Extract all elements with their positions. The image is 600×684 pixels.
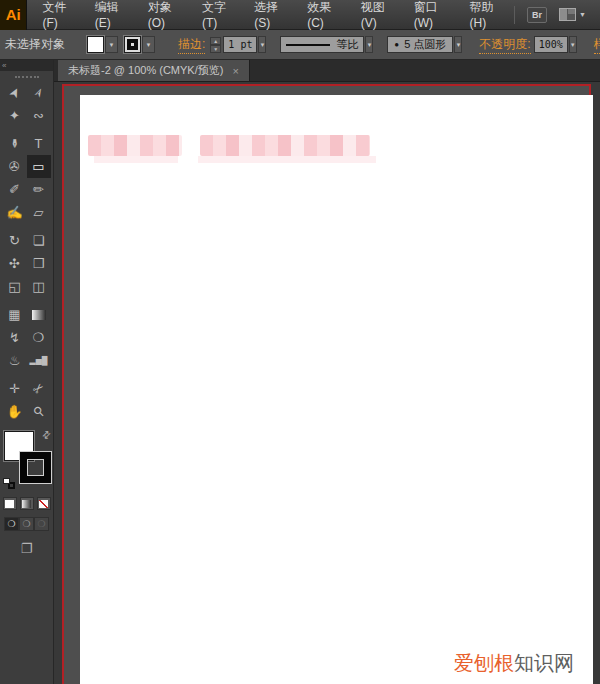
menu-item-3[interactable]: 对象(O) [139,0,193,30]
direct-selection-tool[interactable]: ➢ [27,81,51,104]
magic-wand-tool[interactable]: ✦ [3,104,27,127]
default-fill-mini [3,478,10,484]
draw-normal-button[interactable]: ❍ [4,517,19,531]
stepper-up-icon[interactable]: ▲ [210,37,221,45]
free-transform-icon: ❒ [33,256,45,271]
artboard[interactable] [80,95,593,684]
menu-item-4[interactable]: 文字(T) [193,0,245,30]
document-tab-title: 未标题-2 @ 100% (CMYK/预览) [68,63,223,78]
brush-dropdown-button[interactable]: ▼ [454,36,462,53]
screen-mode-button[interactable]: ❐ [21,541,33,556]
free-transform-tool[interactable]: ❒ [27,252,51,275]
shape-builder-tool[interactable]: ◱ [3,275,27,298]
document-tab-bar: 未标题-2 @ 100% (CMYK/预览) × [54,60,600,82]
column-graph-tool[interactable]: ▂▅█ [27,349,51,372]
zoom-icon: ⚲ [30,403,47,420]
workspace-switcher-button[interactable]: ▼ [559,8,586,21]
type-tool[interactable]: T [27,132,51,155]
menu-item-6[interactable]: 效果(C) [298,0,352,30]
canvas[interactable]: 爱刨根知识网 [54,82,600,684]
tools-panel-grip[interactable] [15,76,39,78]
type-icon: T [35,136,43,151]
stepper-down-icon[interactable]: ▼ [210,45,221,53]
gradient-icon [22,500,31,508]
stroke-dropdown-button[interactable]: ▼ [142,36,155,53]
opacity-input[interactable]: 100% [534,36,568,53]
pencil-icon: ✏ [33,182,44,197]
mesh-tool[interactable]: ▦ [3,303,27,326]
menu-item-1[interactable]: 文件(F) [33,0,85,30]
hand-icon: ✋ [6,404,22,419]
mesh-icon: ▦ [8,307,20,322]
menu-item-2[interactable]: 编辑(E) [86,0,139,30]
menu-item-7[interactable]: 视图(V) [352,0,405,30]
draw-behind-button[interactable]: ❍ [19,517,34,531]
chevron-down-icon: ▼ [579,11,586,18]
watermark-highlight: 爱刨根 [454,652,514,674]
width-tool[interactable]: ✣ [3,252,27,275]
rotate-tool[interactable]: ↻ [3,229,27,252]
eyedropper-tool[interactable]: ↯ [3,326,27,349]
lasso-tool[interactable]: ∾ [27,104,51,127]
menu-bar-right: Br ▼ [514,6,600,24]
menu-item-8[interactable]: 窗口(W) [405,0,461,30]
zoom-tool[interactable]: ⚲ [27,400,51,423]
opacity-panel-link[interactable]: 不透明度: [479,36,530,54]
stroke-proxy-swatch[interactable] [20,452,51,483]
brush-definition-select[interactable]: ● 5 点圆形 [387,36,453,53]
width-profile-select[interactable]: 等比 [280,36,364,53]
paintbrush-tool[interactable]: ✐ [3,178,27,201]
profile-dropdown-button[interactable]: ▼ [365,36,373,53]
fill-color-swatch[interactable] [87,36,104,53]
selection-icon: ➤ [5,84,23,101]
fill-dropdown-button[interactable]: ▼ [105,36,118,53]
stroke-width-stepper[interactable]: ▲ ▼ [210,37,221,53]
opacity-dropdown-button[interactable]: ▼ [569,36,577,53]
stroke-color-swatch[interactable] [124,36,141,53]
swap-fill-stroke-icon[interactable]: ⇄ [39,428,53,442]
artboard-tool[interactable]: ✛ [3,377,27,400]
width-profile-label: 等比 [336,37,358,52]
pen-tool[interactable]: ✒ [3,132,27,155]
redacted-text-shadow [94,156,178,163]
menu-item-9[interactable]: 帮助(H) [461,0,515,30]
blend-tool[interactable]: ❍ [27,326,51,349]
stroke-panel-link[interactable]: 描边: [178,36,205,54]
symbol-sprayer-tool[interactable]: ♨ [3,349,27,372]
close-icon[interactable]: × [232,65,238,77]
menu-item-5[interactable]: 选择(S) [245,0,298,30]
stroke-width-input[interactable]: 1 pt [223,36,257,53]
tools-panel: « ➤➢✦∾✒T✇▭✐✏✍▱↻❏✣❒◱◫▦↯❍♨▂▅█✛✂✋⚲ ⇄ ❍❍❍ ❐ [0,60,54,684]
rectangle-tool[interactable]: ▭ [27,155,51,178]
perspective-grid-tool[interactable]: ◫ [27,275,51,298]
redacted-text-shadow [198,156,376,163]
slice-tool[interactable]: ✂ [27,377,51,400]
gradient-button[interactable] [20,497,34,510]
pencil-tool[interactable]: ✏ [27,178,51,201]
style-panel-link[interactable]: 样式 [594,36,600,54]
stroke-width-dropdown-button[interactable]: ▼ [258,36,266,53]
tool-grid: ➤➢✦∾✒T✇▭✐✏✍▱↻❏✣❒◱◫▦↯❍♨▂▅█✛✂✋⚲ [3,81,51,423]
gradient-tool[interactable] [27,303,51,326]
perspective-grid-icon: ◫ [32,279,44,294]
color-button[interactable] [3,497,17,510]
default-fill-stroke-icon[interactable] [3,478,15,489]
dock-collapse-button[interactable]: « [0,60,53,71]
lasso-icon: ∾ [33,108,44,123]
scale-tool[interactable]: ❏ [27,229,51,252]
selection-status-label: 未选择对象 [5,36,65,53]
document-tab[interactable]: 未标题-2 @ 100% (CMYK/预览) × [58,60,250,81]
draw-inside-button[interactable]: ❍ [34,517,49,531]
document-area: 未标题-2 @ 100% (CMYK/预览) × 爱刨根知识网 [54,60,600,684]
selection-tool[interactable]: ➤ [3,81,27,104]
eraser-tool[interactable]: ▱ [27,201,51,224]
none-button[interactable] [37,497,51,510]
menu-bar: Ai 文件(F)编辑(E)对象(O)文字(T)选择(S)效果(C)视图(V)窗口… [0,0,600,30]
spiral-tool[interactable]: ✇ [3,155,27,178]
width-icon: ✣ [9,256,20,271]
bridge-button[interactable]: Br [527,7,547,23]
blob-brush-tool[interactable]: ✍ [3,201,27,224]
hand-tool[interactable]: ✋ [3,400,27,423]
illustrator-window: Ai 文件(F)编辑(E)对象(O)文字(T)选择(S)效果(C)视图(V)窗口… [0,0,600,684]
watermark-rest: 知识网 [514,652,574,674]
